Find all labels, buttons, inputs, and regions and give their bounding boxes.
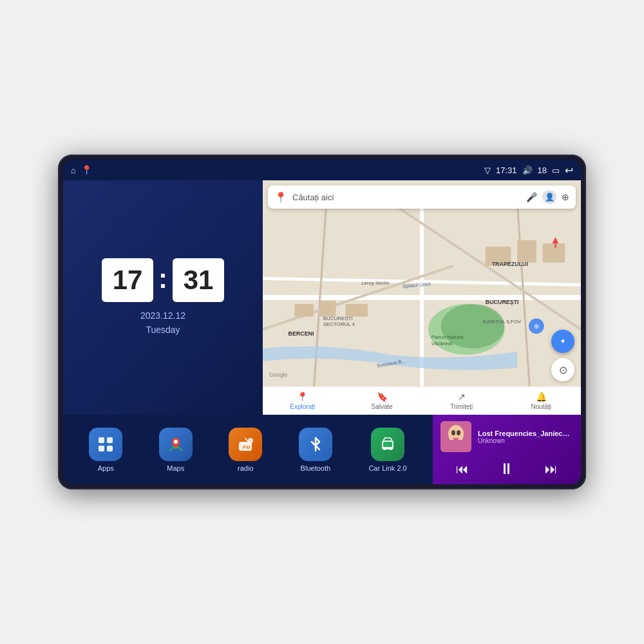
map-nav-explore[interactable]: 📍 Explorați xyxy=(263,392,343,410)
send-icon: ↗ xyxy=(458,392,466,402)
map-nav-explore-label: Explorați xyxy=(290,403,315,410)
svg-text:Parcul Natural: Parcul Natural xyxy=(431,334,464,340)
svg-point-39 xyxy=(248,438,253,443)
music-title: Lost Frequencies_Janieck Devy-... xyxy=(478,430,573,437)
radio-app-icon: FM xyxy=(229,428,262,461)
svg-rect-32 xyxy=(99,437,104,443)
status-bar: ⌂ 📍 ▽ 17:31 🔊 18 ▭ ↩ xyxy=(63,160,581,180)
clock-minute: 31 xyxy=(173,258,224,302)
map-nav-news[interactable]: 🔔 Noutăți xyxy=(502,392,582,410)
svg-rect-10 xyxy=(294,304,314,317)
status-time: 17:31 xyxy=(496,166,517,175)
maps-app-icon xyxy=(159,428,193,461)
svg-rect-33 xyxy=(107,437,113,443)
status-right-icons: ▽ 17:31 🔊 18 ▭ ↩ xyxy=(484,164,573,176)
main-content: 17 : 31 2023.12.12 Tuesday xyxy=(63,180,581,484)
app-item-apps[interactable]: Apps xyxy=(89,428,122,472)
bluetooth-app-icon xyxy=(299,428,332,461)
svg-rect-15 xyxy=(543,243,565,263)
app-label-carlink: Car Link 2.0 xyxy=(368,464,406,472)
app-label-apps: Apps xyxy=(98,464,114,472)
car-head-unit: ⌂ 📍 ▽ 17:31 🔊 18 ▭ ↩ 17 : xyxy=(58,155,586,489)
music-prev-button[interactable]: ⏮ xyxy=(453,459,471,479)
app-item-maps[interactable]: Maps xyxy=(159,428,193,472)
top-section: 17 : 31 2023.12.12 Tuesday xyxy=(63,180,581,415)
app-label-bluetooth: Bluetooth xyxy=(301,464,330,472)
svg-text:Leroy Merlin: Leroy Merlin xyxy=(361,280,389,286)
map-svg: TRAPEZULUI BUCUREȘTI JUDEȚUL ILFOV BERCE… xyxy=(263,180,581,415)
map-nav-send[interactable]: ↗ Trimiteți xyxy=(422,392,502,410)
signal-icon: ▽ xyxy=(484,166,491,175)
map-nav-saved-label: Salvate xyxy=(372,403,393,410)
map-locate-button[interactable]: ⊙ xyxy=(551,358,574,381)
music-play-button[interactable]: ⏸ xyxy=(497,457,517,480)
svg-rect-34 xyxy=(99,446,104,451)
app-item-radio[interactable]: FM radio xyxy=(229,428,262,472)
app-label-maps: Maps xyxy=(167,464,184,472)
map-search-text: Căutați aici xyxy=(292,193,521,202)
volume-icon: 🔊 xyxy=(522,166,533,175)
svg-text:SECTORUL 4: SECTORUL 4 xyxy=(323,321,355,327)
svg-rect-11 xyxy=(320,301,336,317)
svg-point-43 xyxy=(383,448,386,450)
svg-rect-14 xyxy=(517,240,536,263)
carlink-app-icon xyxy=(371,428,404,461)
clock-panel: 17 : 31 2023.12.12 Tuesday xyxy=(63,180,263,415)
music-controls: ⏮ ⏸ ⏭ xyxy=(440,457,573,480)
svg-text:BERCENI: BERCENI xyxy=(289,330,314,337)
map-panel[interactable]: TRAPEZULUI BUCUREȘTI JUDEȚUL ILFOV BERCE… xyxy=(263,180,581,415)
music-info-row: Lost Frequencies_Janieck Devy-... Unknow… xyxy=(440,421,573,452)
music-text: Lost Frequencies_Janieck Devy-... Unknow… xyxy=(478,430,573,444)
clock-hour: 17 xyxy=(102,258,153,302)
apps-bar: Apps Maps xyxy=(63,415,433,484)
svg-point-44 xyxy=(390,448,392,450)
svg-text:FM: FM xyxy=(243,444,251,450)
map-search-bar[interactable]: 📍 Căutați aici 🎤 👤 ⊕ xyxy=(268,185,576,209)
svg-text:JUDEȚUL ILFOV: JUDEȚUL ILFOV xyxy=(482,319,522,325)
screen: ⌂ 📍 ▽ 17:31 🔊 18 ▭ ↩ 17 : xyxy=(63,160,581,484)
map-user-avatar[interactable]: 👤 xyxy=(542,190,556,204)
map-nav-news-label: Noutăți xyxy=(531,403,551,410)
svg-point-48 xyxy=(451,430,455,435)
svg-text:Google: Google xyxy=(269,372,288,379)
map-nav-saved[interactable]: 🔖 Salvate xyxy=(343,392,422,410)
clock-display: 17 : 31 xyxy=(102,258,224,302)
clock-date: 2023.12.12 Tuesday xyxy=(140,308,185,337)
music-next-button[interactable]: ⏭ xyxy=(542,459,560,479)
map-nav-send-label: Trimiteți xyxy=(450,403,473,410)
map-nav-bar: 📍 Explorați 🔖 Salvate ↗ Trimiteți 🔔 xyxy=(263,386,581,415)
bookmark-icon: 🔖 xyxy=(377,392,388,402)
apps-icon xyxy=(89,428,122,461)
map-compass-button[interactable]: ✦ xyxy=(551,330,574,353)
svg-rect-42 xyxy=(383,442,392,447)
music-player: Lost Frequencies_Janieck Devy-... Unknow… xyxy=(433,415,581,484)
svg-text:TRAPEZULUI: TRAPEZULUI xyxy=(492,261,528,267)
svg-point-36 xyxy=(174,440,178,444)
volume-level: 18 xyxy=(538,166,547,175)
app-item-bluetooth[interactable]: Bluetooth xyxy=(299,428,332,472)
bottom-section: Apps Maps xyxy=(63,415,581,484)
music-album-art xyxy=(440,421,471,452)
svg-text:BUCUREȘTI: BUCUREȘTI xyxy=(323,316,353,321)
svg-text:BUCUREȘTI: BUCUREȘTI xyxy=(486,299,519,305)
back-icon[interactable]: ↩ xyxy=(565,164,573,176)
explore-icon: 📍 xyxy=(297,392,308,402)
clock-colon: : xyxy=(158,263,167,294)
map-layers-icon[interactable]: ⊕ xyxy=(562,192,569,202)
battery-icon: ▭ xyxy=(552,166,560,175)
status-left-icons: ⌂ 📍 xyxy=(71,165,92,175)
music-artist: Unknown xyxy=(478,437,573,444)
map-search-pin-icon: 📍 xyxy=(274,191,287,204)
svg-line-40 xyxy=(245,438,248,442)
app-label-radio: radio xyxy=(238,464,253,472)
map-mic-icon[interactable]: 🎤 xyxy=(526,192,537,202)
home-icon[interactable]: ⌂ xyxy=(71,166,76,175)
location-pin-icon[interactable]: 📍 xyxy=(81,165,92,175)
bell-icon: 🔔 xyxy=(536,392,547,402)
app-item-carlink[interactable]: Car Link 2.0 xyxy=(368,428,406,472)
svg-text:Văcărești: Văcărești xyxy=(431,341,453,346)
svg-rect-35 xyxy=(107,446,113,451)
svg-point-49 xyxy=(457,430,460,435)
svg-text:⊕: ⊕ xyxy=(534,323,539,330)
